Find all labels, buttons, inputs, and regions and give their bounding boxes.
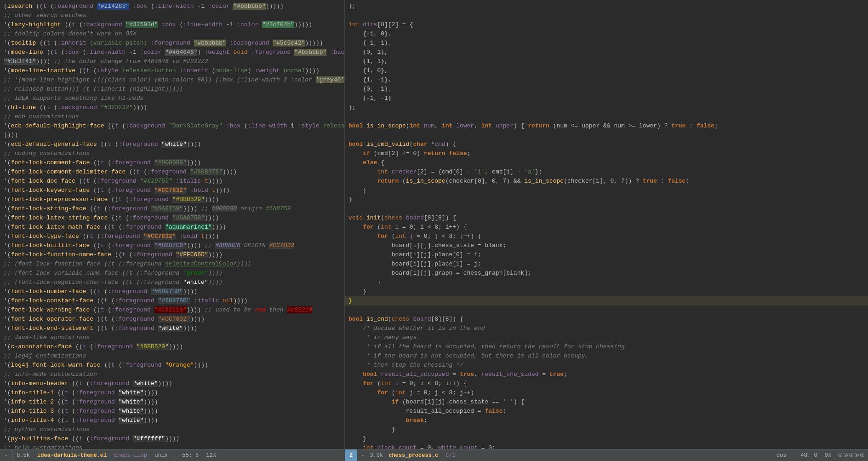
code-line: break; (345, 416, 868, 425)
code-line: ;; ecb customizations (0, 112, 344, 121)
code-line (345, 11, 868, 20)
code-line: '(info-title-1 ((t (:foreground "white")… (0, 388, 344, 398)
code-line: {1, 1}, (345, 57, 868, 66)
left-code-area[interactable]: (isearch ((t (:background "#214283" :box… (0, 0, 344, 449)
code-line: }; (345, 2, 868, 11)
left-mode-line: - 8.5k idea-darkula-theme.el Emacs-Lisp … (0, 449, 344, 461)
code-line: ;; info-mode customization (0, 370, 344, 379)
code-line: * in many ways. (345, 333, 868, 342)
code-line: } (345, 195, 868, 204)
code-line: for (int j = 0; j < 8; j++) { (345, 232, 868, 241)
code-line: board[i][j].graph = chess_graph[blank]; (345, 269, 868, 278)
code-line: '(info-menu-header ((t (:foreground "whi… (0, 379, 344, 388)
code-line: ;; (font-lock-negation-char-face ((t (:f… (0, 278, 344, 287)
left-mode-pos: 55: 6 (178, 449, 202, 461)
code-line: for (int i = 0; i < 8; i++) { (345, 379, 868, 388)
code-line: '(font-lock-preprocessor-face ((t (:fore… (0, 195, 344, 204)
code-line: {0, 1}, (345, 48, 868, 57)
code-line: ;; log4j customizations (0, 352, 344, 361)
code-line: '(py-builtins-face ((t (:foreground "#ff… (0, 434, 344, 444)
code-line: '(lazy-highlight ((t (:background "#3259… (0, 20, 344, 29)
left-mode-encoding: unix (151, 449, 171, 461)
code-line: for (int i = 0; i < 8; i++) { (345, 223, 868, 232)
code-line: '(font-lock-comment-face ((t (:foregroun… (0, 158, 344, 167)
code-line: {1, -1}, (345, 75, 868, 85)
code-line: }; (345, 103, 868, 112)
code-line: void init(chess board[8][8]) { (345, 213, 868, 223)
code-line: * if all the board is occupied, then ret… (345, 342, 868, 352)
code-line: board[i][j].chess_state = blank; (345, 241, 868, 250)
code-line: bool is_in_scope(int num, int lower, int… (345, 121, 868, 131)
code-line (345, 112, 868, 121)
code-line: '(font-lock-type-face ((t (:foreground "… (0, 232, 344, 241)
left-mode-dash: - (0, 449, 13, 461)
left-mode-filename: idea-darkula-theme.el (34, 449, 110, 461)
code-line: '(ecb-default-highlight-face ((t (:backg… (0, 121, 344, 131)
right-mode-pct: 9% (821, 449, 835, 461)
code-line: int dirs[8][2] = { (345, 20, 868, 29)
code-line: '(hl-line ((t (:background "#323232")))) (0, 103, 344, 112)
code-line: ;; python customizations (0, 425, 344, 434)
code-line: ;; tooltip colors doesn't work on OSX (0, 29, 344, 39)
code-line: * if the board is not occupied, but ther… (345, 352, 868, 361)
code-line: int black_count = 0, white_count = 0; (345, 444, 868, 449)
left-mode-pct: 12% (202, 449, 220, 461)
code-line: return (is_in_scope(checker[0], 0, 7) &&… (345, 177, 868, 186)
code-line: '(info-title-2 ((t (:foreground "white")… (0, 398, 344, 407)
right-mode-filename: chess_process.c (385, 449, 442, 461)
code-line: ;; released-button))) (t (:inherit (high… (0, 85, 344, 94)
code-line: '(tooltip ((t (:inherit (variable-pitch)… (0, 39, 344, 48)
code-line: result_all_occupied = false; (345, 407, 868, 416)
code-line: '(font-lock-constant-face ((t (:foregrou… (0, 296, 344, 305)
code-line: for (int j = 0; j < 8; j++) (345, 388, 868, 398)
code-line: ;; '(mode-line-highlight ((((class color… (0, 75, 344, 85)
right-pane: }; int dirs[8][2] = { {-1, 0}, {-1, 1}, … (345, 0, 868, 461)
code-line: bool result_all_occupied = true, result_… (345, 370, 868, 379)
editor: (isearch ((t (:background "#214283" :box… (0, 0, 868, 461)
code-line: '(mode-line ((t (:box (:line-width -1 :c… (0, 48, 344, 57)
code-line: '(font-lock-latex-math-face ((t (:foregr… (0, 223, 344, 232)
right-mode-fill (459, 449, 773, 461)
code-line: {0, -1}, (345, 85, 868, 94)
code-line: {1, 0}, (345, 66, 868, 75)
code-line: '(log4j-font-lock-warn-face ((t (:foregr… (0, 361, 344, 370)
code-line: if (cmd[2] != 0) return false; (345, 149, 868, 158)
code-line (345, 131, 868, 140)
code-line (345, 305, 868, 315)
right-mode-sep: | (790, 449, 797, 461)
code-line: '(c-annotation-face ((t (:foreground "#B… (0, 342, 344, 352)
code-line: '(font-lock-operator-face ((t (:foregrou… (0, 315, 344, 324)
code-line: bool is_end(chess board[8][8]) { (345, 315, 868, 324)
code-line: (isearch ((t (:background "#214283" :box… (0, 2, 344, 11)
left-mode-mode: Emacs-Lisp (110, 449, 151, 461)
code-line: '(font-lock-keyword-face ((t (:foregroun… (0, 186, 344, 195)
code-line: )))) (0, 131, 344, 140)
right-mode-dash: - (357, 449, 368, 461)
code-line: ;; (font-lock-function-face ((t (:foregr… (0, 259, 344, 269)
code-line: } (345, 296, 868, 305)
code-line: * then stop the chessing */ (345, 361, 868, 370)
code-line: '(font-lock-warning-face ((t (:foregroun… (0, 305, 344, 315)
code-line: else { (345, 158, 868, 167)
code-line: } (345, 278, 868, 287)
editor-panes: (isearch ((t (:background "#214283" :box… (0, 0, 868, 461)
right-mode-mode: C/1 (442, 449, 459, 461)
code-line: "#3c3f41")))) ;; the color change from #… (0, 57, 344, 66)
left-mode-sep: | (171, 449, 178, 461)
code-line: } (345, 186, 868, 195)
code-line: ;; other search matches (0, 11, 344, 20)
code-line: '(font-lock-doc-face ((t (:foreground "#… (0, 177, 344, 186)
right-mode-pos: 48: 0 (797, 449, 821, 461)
code-line: if (board[i][j].chess_state == ' ') { (345, 398, 868, 407)
code-line: '(info-title-3 ((t (:foreground "white")… (0, 407, 344, 416)
code-line: '(font-lock-builtin-face ((t (:foregroun… (0, 241, 344, 250)
code-line: ;; Java-like annotations (0, 333, 344, 342)
code-line: int checker[2] = {cmd[0] - '1', cmd[1] -… (345, 167, 868, 177)
code-line: /* decide whether it is in the end (345, 324, 868, 333)
code-line: '(font-lock-end-statement ((t (:foregrou… (0, 324, 344, 333)
left-pane: (isearch ((t (:background "#214283" :box… (0, 0, 345, 461)
code-line: '(font-lock-comment-delimiter-face ((t (… (0, 167, 344, 177)
code-line: '(ecb-default-general-face ((t (:foregro… (0, 140, 344, 149)
right-code-area[interactable]: }; int dirs[8][2] = { {-1, 0}, {-1, 1}, … (345, 0, 868, 449)
code-line: board[i][j].place[1] = j; (345, 259, 868, 269)
